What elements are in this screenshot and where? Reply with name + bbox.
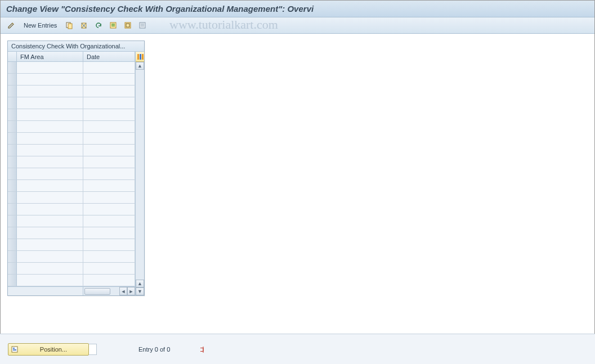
column-header-date[interactable]: Date: [83, 52, 135, 62]
vscroll-up-button[interactable]: ▲: [136, 62, 144, 70]
select-block-icon[interactable]: [122, 20, 134, 31]
hscroll-thumb[interactable]: [84, 288, 110, 295]
table-row[interactable]: [8, 168, 135, 180]
cell-fm-area[interactable]: [17, 251, 83, 263]
cell-fm-area[interactable]: [17, 168, 83, 180]
cell-fm-area[interactable]: [17, 74, 83, 86]
table-row[interactable]: [8, 263, 135, 275]
configure-columns-icon[interactable]: [136, 52, 144, 62]
cell-date[interactable]: [83, 97, 135, 109]
cell-date[interactable]: [83, 204, 135, 215]
row-selector[interactable]: [8, 156, 17, 168]
cell-fm-area[interactable]: [17, 215, 83, 227]
table-row[interactable]: [8, 109, 135, 121]
cell-fm-area[interactable]: [17, 180, 83, 192]
cell-fm-area[interactable]: [17, 133, 83, 145]
row-selector[interactable]: [8, 239, 17, 251]
table-row[interactable]: [8, 204, 135, 215]
toggle-change-icon[interactable]: [5, 20, 17, 31]
table-row[interactable]: [8, 74, 135, 86]
row-selector[interactable]: [8, 180, 17, 192]
row-selector[interactable]: [8, 251, 17, 263]
row-selector[interactable]: [8, 215, 17, 227]
table-row[interactable]: [8, 156, 135, 168]
table-row[interactable]: [8, 86, 135, 97]
table-row[interactable]: [8, 121, 135, 133]
table-row[interactable]: [8, 133, 135, 145]
row-selector[interactable]: [8, 192, 17, 204]
vscroll-down-button[interactable]: ▲: [136, 280, 144, 287]
cell-date[interactable]: [83, 121, 135, 133]
row-selector[interactable]: [8, 109, 17, 121]
undo-icon[interactable]: [92, 20, 105, 31]
row-selector[interactable]: [8, 168, 17, 180]
row-selector[interactable]: [8, 145, 17, 156]
row-selector[interactable]: [8, 74, 17, 86]
resize-handle-icon[interactable]: ┐┘: [200, 346, 208, 353]
vscroll-track[interactable]: [136, 70, 144, 280]
table-row[interactable]: [8, 62, 135, 74]
cell-date[interactable]: [83, 180, 135, 192]
row-selector[interactable]: [8, 227, 17, 239]
cell-fm-area[interactable]: [17, 192, 83, 204]
cell-fm-area[interactable]: [17, 109, 83, 121]
cell-fm-area[interactable]: [17, 145, 83, 156]
cell-fm-area[interactable]: [17, 86, 83, 97]
copy-icon[interactable]: [63, 20, 75, 31]
cell-date[interactable]: [83, 86, 135, 97]
position-input[interactable]: [89, 344, 97, 355]
cell-date[interactable]: [83, 192, 135, 204]
deselect-all-icon[interactable]: [136, 20, 149, 31]
cell-fm-area[interactable]: [17, 156, 83, 168]
select-all-icon[interactable]: [107, 20, 119, 31]
delete-icon[interactable]: [78, 20, 90, 31]
row-selector[interactable]: [8, 263, 17, 275]
cell-date[interactable]: [83, 275, 135, 286]
cell-date[interactable]: [83, 215, 135, 227]
hscroll-right-button[interactable]: ►: [127, 287, 135, 295]
table-row[interactable]: [8, 239, 135, 251]
cell-date[interactable]: [83, 74, 135, 86]
row-selector[interactable]: [8, 204, 17, 215]
cell-date[interactable]: [83, 145, 135, 156]
cell-fm-area[interactable]: [17, 204, 83, 215]
column-header-selector[interactable]: [8, 52, 17, 62]
cell-date[interactable]: [83, 109, 135, 121]
row-selector[interactable]: [8, 97, 17, 109]
cell-date[interactable]: [83, 227, 135, 239]
table-panel: Consistency Check With Organizational...…: [7, 41, 145, 296]
cell-date[interactable]: [83, 168, 135, 180]
cell-fm-area[interactable]: [17, 263, 83, 275]
cell-fm-area[interactable]: [17, 121, 83, 133]
table-row[interactable]: [8, 192, 135, 204]
new-entries-button[interactable]: New Entries: [20, 20, 61, 31]
row-selector[interactable]: [8, 62, 17, 74]
cell-date[interactable]: [83, 239, 135, 251]
cell-fm-area[interactable]: [17, 227, 83, 239]
cell-fm-area[interactable]: [17, 97, 83, 109]
hscroll-left-button[interactable]: ◄: [119, 287, 127, 295]
table-row[interactable]: [8, 251, 135, 263]
table-row[interactable]: [8, 227, 135, 239]
column-header-fm-area[interactable]: FM Area: [17, 52, 83, 62]
table-row[interactable]: [8, 180, 135, 192]
cell-fm-area[interactable]: [17, 62, 83, 74]
vscroll-down-button-2[interactable]: ▼: [136, 287, 144, 295]
cell-date[interactable]: [83, 156, 135, 168]
row-selector[interactable]: [8, 121, 17, 133]
cell-date[interactable]: [83, 263, 135, 275]
cell-date[interactable]: [83, 133, 135, 145]
table-row[interactable]: [8, 275, 135, 286]
row-selector[interactable]: [8, 86, 17, 97]
row-selector[interactable]: [8, 133, 17, 145]
cell-fm-area[interactable]: [17, 275, 83, 286]
table-row[interactable]: [8, 215, 135, 227]
table-row[interactable]: [8, 97, 135, 109]
table-row[interactable]: [8, 145, 135, 156]
hscroll-track[interactable]: [83, 287, 119, 295]
row-selector[interactable]: [8, 275, 17, 286]
cell-date[interactable]: [83, 62, 135, 74]
cell-fm-area[interactable]: [17, 239, 83, 251]
cell-date[interactable]: [83, 251, 135, 263]
position-button[interactable]: Position...: [8, 343, 89, 356]
